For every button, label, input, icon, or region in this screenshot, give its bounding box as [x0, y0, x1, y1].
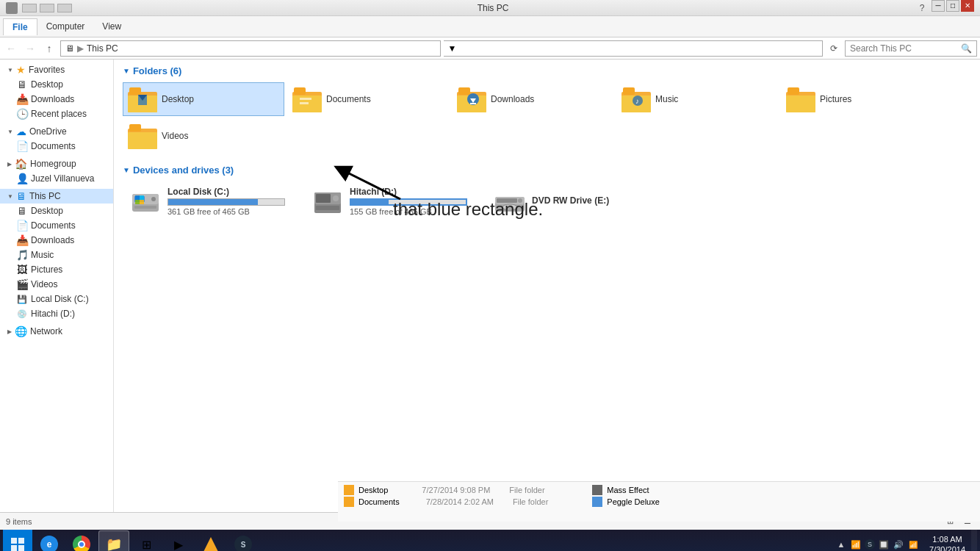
- sidebar-item-recent[interactable]: 🕒 Recent places: [0, 107, 113, 121]
- sidebar-item-juzel[interactable]: 👤 Juzel Villanueva: [0, 171, 113, 186]
- game-mini-icon2: [592, 497, 602, 507]
- tray-overlay-icon[interactable]: 🔲: [878, 539, 890, 550]
- tray-signal-icon[interactable]: 📶: [907, 539, 919, 550]
- path-dropdown[interactable]: ▼: [444, 40, 824, 57]
- recent-panel: Desktop 7/27/2014 9:08 PM File folder Do…: [338, 481, 980, 522]
- recent-item-desktop[interactable]: Desktop 7/27/2014 9:08 PM File folder: [344, 485, 548, 495]
- localc-icon: 💾: [16, 293, 28, 305]
- tray-network-icon[interactable]: 📶: [850, 539, 862, 550]
- start-button[interactable]: [3, 530, 32, 551]
- title-bar: This PC ? ─ □ ✕: [0, 0, 980, 16]
- svg-rect-7: [294, 87, 306, 95]
- sidebar-item-downloads[interactable]: 📥 Downloads: [0, 92, 113, 107]
- taskbar-chrome[interactable]: [66, 530, 97, 551]
- help-btn[interactable]: ?: [914, 0, 930, 16]
- main-layout: ▼ ★ Favorites 🖥 Desktop 📥 Downloads 🕒 Re…: [0, 60, 980, 512]
- folder-item-music[interactable]: ♪ Music: [616, 82, 778, 116]
- chevron-icon: ▶: [7, 161, 12, 168]
- pictures-folder-label: Pictures: [820, 94, 851, 104]
- sidebar-item-pictures-pc[interactable]: 🖼 Pictures: [0, 262, 113, 277]
- drives-section-header: ▼ Devices and drives (3): [123, 165, 971, 176]
- taskbar-vlc[interactable]: [195, 530, 226, 551]
- hitchid-bar: [351, 200, 389, 204]
- sidebar-item-videos-pc[interactable]: 🎬 Videos: [0, 277, 113, 292]
- tab-view[interactable]: View: [93, 18, 130, 35]
- sidebar-item-documents-od[interactable]: 📄 Documents: [0, 139, 113, 154]
- tray-arrow-icon[interactable]: ▲: [835, 539, 847, 550]
- downloads-folder-label: Downloads: [491, 94, 534, 104]
- folder-item-documents[interactable]: Documents: [287, 82, 449, 116]
- tab-file[interactable]: File: [3, 18, 37, 35]
- pictures-pc-icon: 🖼: [16, 264, 28, 276]
- taskbar-file-explorer[interactable]: 📁: [98, 530, 129, 551]
- taskbar-steam[interactable]: S: [228, 530, 259, 551]
- maximize-btn[interactable]: □: [946, 0, 959, 12]
- sidebar-item-desktop[interactable]: 🖥 Desktop: [0, 77, 113, 92]
- sidebar-item-hitchid[interactable]: 💿 Hitachi (D:): [0, 306, 113, 321]
- recent-documents-type: File folder: [513, 497, 548, 506]
- recent-item-documents[interactable]: Documents 7/28/2014 2:02 AM File folder: [344, 497, 548, 507]
- recent-documents-label: Documents: [359, 497, 400, 506]
- sidebar-hitchid-label: Hitachi (D:): [31, 309, 75, 319]
- up-btn[interactable]: ↑: [41, 40, 57, 57]
- clock-date: 7/30/2014: [929, 544, 965, 551]
- svg-rect-9: [300, 102, 309, 104]
- sidebar-item-documents-pc[interactable]: 📄 Documents: [0, 218, 113, 233]
- svg-rect-25: [128, 132, 157, 149]
- taskbar-ie[interactable]: e: [34, 530, 65, 551]
- search-input[interactable]: [850, 43, 961, 54]
- sidebar-localc-label: Local Disk (C:): [31, 294, 89, 304]
- drives-section: ▼ Devices and drives (3): [123, 165, 971, 221]
- address-path[interactable]: 🖥 ▶ This PC: [60, 40, 441, 57]
- recent-masseffect-label: Mass Effect: [607, 486, 649, 494]
- minimize-btn[interactable]: ─: [932, 0, 945, 12]
- sidebar-onedrive-header[interactable]: ▼ ☁ OneDrive: [0, 124, 113, 139]
- dvde-drive-info: DVD RW Drive (E:): [532, 195, 657, 207]
- quick-access-icon2[interactable]: [40, 4, 54, 12]
- tab-computer[interactable]: Computer: [37, 18, 94, 35]
- drive-item-localc[interactable]: Local Disk (C:) 361 GB free of 465 GB: [123, 181, 299, 221]
- drive-item-hitchid[interactable]: Hitachi (D:) 155 GB free of 465 GB: [305, 181, 481, 221]
- folder-item-videos[interactable]: Videos: [123, 119, 284, 153]
- recent-item-peggle[interactable]: Peggle Deluxe: [592, 497, 660, 507]
- tray-speaker-icon[interactable]: 🔊: [893, 539, 904, 550]
- forward-btn[interactable]: →: [22, 40, 38, 57]
- svg-rect-31: [134, 206, 156, 209]
- svg-text:♪: ♪: [635, 97, 639, 105]
- sidebar-item-localc[interactable]: 💾 Local Disk (C:): [0, 292, 113, 306]
- svg-rect-8: [300, 98, 311, 100]
- search-box[interactable]: 🔍: [845, 40, 977, 57]
- sidebar-network-header[interactable]: ▶ 🌐 Network: [0, 324, 113, 339]
- close-btn[interactable]: ✕: [961, 0, 974, 12]
- folder-item-pictures[interactable]: Pictures: [781, 82, 943, 116]
- recent-item-masseffect[interactable]: Mass Effect: [592, 485, 660, 495]
- hitchid-icon: 💿: [16, 308, 28, 320]
- tray-steam-icon[interactable]: S: [865, 539, 875, 550]
- refresh-btn[interactable]: ⟳: [826, 40, 842, 57]
- show-desktop-btn[interactable]: [971, 530, 977, 551]
- svg-rect-40: [316, 206, 339, 210]
- sidebar-item-downloads-pc[interactable]: 📥 Downloads: [0, 233, 113, 248]
- steam-icon: S: [234, 536, 252, 551]
- svg-rect-33: [140, 195, 144, 200]
- dvde-drive-icon: [494, 185, 526, 217]
- sidebar-item-music-pc[interactable]: 🎵 Music: [0, 248, 113, 262]
- sidebar-homegroup-header[interactable]: ▶ 🏠 Homegroup: [0, 156, 113, 171]
- quick-access-icon3[interactable]: [57, 4, 72, 12]
- sidebar-thispc-header[interactable]: ▼ 🖥 This PC: [0, 189, 113, 204]
- svg-rect-34: [135, 200, 140, 204]
- star-icon: ★: [16, 64, 26, 76]
- drive-item-dvde[interactable]: DVD RW Drive (E:): [487, 181, 663, 221]
- folder-item-desktop[interactable]: Desktop: [123, 82, 284, 116]
- back-btn[interactable]: ←: [3, 40, 19, 57]
- chrome-icon: [73, 536, 90, 551]
- taskbar-video[interactable]: ▶: [163, 530, 194, 551]
- taskbar-clock[interactable]: 1:08 AM 7/30/2014: [925, 534, 970, 551]
- taskbar-app2[interactable]: ⊞: [131, 530, 162, 551]
- sidebar-item-desktop-pc[interactable]: 🖥 Desktop: [0, 204, 113, 218]
- svg-point-44: [518, 198, 522, 203]
- quick-access-icon[interactable]: [22, 4, 37, 12]
- folder-item-downloads[interactable]: Downloads: [452, 82, 613, 116]
- search-icon[interactable]: 🔍: [961, 43, 972, 54]
- chevron-icon: ▼: [7, 67, 13, 73]
